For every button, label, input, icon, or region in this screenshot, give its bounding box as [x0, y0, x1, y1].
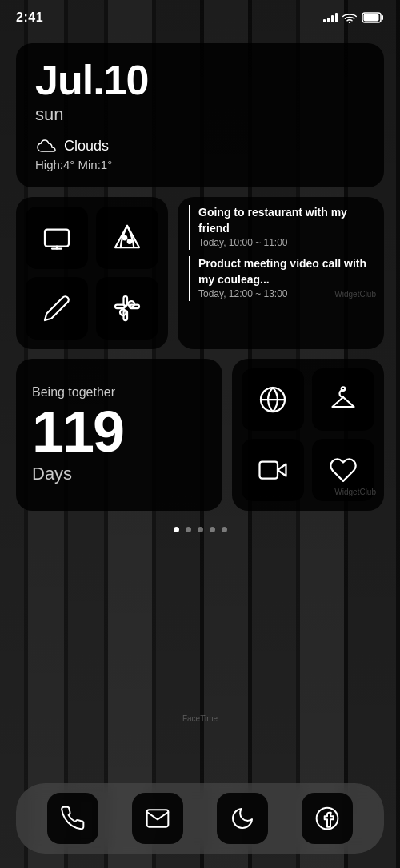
date-widget: Jul.10 sun Clouds High:4° Min:1° — [16, 43, 384, 187]
pizza-icon — [113, 223, 142, 252]
hanger-app[interactable] — [312, 368, 374, 431]
pencil-icon — [42, 294, 71, 323]
heart-icon — [329, 456, 358, 484]
status-icons — [323, 12, 384, 23]
svg-rect-19 — [147, 810, 169, 826]
day-display: sun — [35, 104, 365, 125]
basketball-app[interactable] — [242, 368, 304, 431]
edit-app[interactable] — [26, 277, 88, 340]
calendar-widget: Going to restaurant with my friend Today… — [178, 197, 384, 349]
page-dot-4 — [222, 527, 227, 532]
signal-icon — [323, 13, 338, 22]
temp-display: High:4° Min:1° — [35, 158, 365, 171]
video-app[interactable] — [242, 439, 304, 501]
slack-app[interactable] — [96, 277, 158, 340]
battery-icon — [362, 12, 384, 23]
pizza-app[interactable] — [96, 207, 158, 269]
event-1-title: Going to restaurant with my friend — [198, 205, 373, 236]
cloud-icon — [35, 139, 58, 155]
mail-icon — [145, 806, 170, 831]
main-content: Jul.10 sun Clouds High:4° Min:1° — [0, 35, 400, 868]
phone-icon — [60, 806, 86, 831]
page-dot-1 — [186, 527, 191, 532]
facebook-app[interactable] — [302, 793, 353, 844]
counter-number: 119 — [32, 403, 206, 460]
svg-rect-3 — [364, 14, 379, 22]
date-display: Jul.10 — [35, 59, 365, 101]
watermark-1: WidgetClub — [334, 290, 376, 299]
tv-icon — [42, 223, 71, 252]
svg-rect-18 — [260, 462, 278, 479]
mail-app[interactable] — [132, 793, 183, 844]
counter-label: Being together — [32, 385, 206, 400]
video-icon — [258, 456, 287, 484]
dock — [16, 783, 384, 854]
watermark-2: WidgetClub — [334, 488, 376, 496]
svg-point-16 — [342, 387, 346, 391]
watermark-facetime: FaceTime — [182, 714, 218, 723]
facebook-icon — [314, 806, 340, 831]
wifi-icon — [342, 12, 357, 23]
status-time: 2:41 — [16, 10, 43, 25]
event-2-title: Product meeting video call with my coule… — [198, 256, 373, 287]
svg-rect-2 — [382, 15, 384, 20]
apps-calendar-row: Going to restaurant with my friend Today… — [16, 197, 384, 349]
page-dot-2 — [198, 527, 203, 532]
event-1-time: Today, 10:00 ~ 11:00 — [198, 236, 373, 250]
counter-unit: Days — [32, 464, 206, 484]
basketball-icon — [258, 385, 287, 414]
slack-icon — [113, 294, 142, 323]
svg-rect-11 — [115, 305, 125, 309]
app-grid — [16, 197, 168, 349]
calendar-event-1: Going to restaurant with my friend Today… — [189, 205, 373, 250]
bottom-row: Being together 119 Days — [16, 359, 384, 511]
page-dot-3 — [210, 527, 215, 532]
hanger-icon — [329, 385, 358, 414]
page-dot-0 — [174, 527, 179, 532]
page-dots — [16, 527, 384, 532]
svg-point-7 — [123, 236, 127, 240]
svg-point-0 — [349, 22, 350, 23]
status-bar: 2:41 — [0, 0, 400, 35]
counter-widget: Being together 119 Days — [16, 359, 222, 511]
svg-point-8 — [128, 239, 132, 243]
phone-app[interactable] — [47, 793, 98, 844]
svg-marker-17 — [278, 464, 286, 476]
moon-icon — [230, 806, 255, 831]
svg-rect-4 — [45, 230, 69, 247]
sleep-app[interactable] — [217, 793, 268, 844]
weather-row: Clouds — [35, 138, 365, 155]
weather-label: Clouds — [64, 138, 109, 155]
tv-app[interactable] — [26, 207, 88, 269]
